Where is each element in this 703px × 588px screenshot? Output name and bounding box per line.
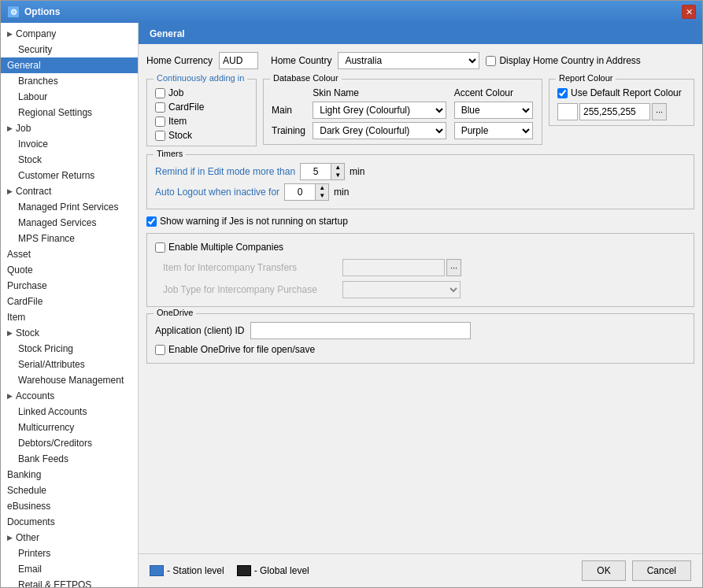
- sidebar-item-item[interactable]: Item: [1, 309, 138, 325]
- sidebar-item-bank-feeds[interactable]: Bank Feeds: [1, 451, 138, 467]
- sidebar-item-asset[interactable]: Asset: [1, 246, 138, 262]
- app-client-id-input[interactable]: [250, 322, 471, 339]
- sidebar-item-general[interactable]: General: [1, 57, 138, 73]
- sidebar-label: CardFile: [7, 296, 43, 307]
- sidebar-item-invoice[interactable]: Invoice: [1, 136, 138, 152]
- autologout-spinner-buttons: ▲ ▼: [316, 183, 329, 201]
- training-skin-select[interactable]: Light Grey (Colourful) Dark Grey (Colour…: [313, 122, 446, 139]
- training-accent-select[interactable]: Blue Red Green Orange Purple: [454, 122, 533, 139]
- sidebar-item-multicurrency[interactable]: Multicurrency: [1, 420, 138, 435]
- close-button[interactable]: ✕: [682, 5, 696, 19]
- sidebar-item-contract[interactable]: ▶ Contract: [1, 183, 138, 199]
- autologout-input[interactable]: [284, 183, 316, 201]
- show-warning-row: Show warning if Jes is not running on st…: [146, 216, 694, 227]
- sidebar-item-serial-attributes[interactable]: Serial/Attributes: [1, 357, 138, 372]
- home-row: Home Currency Home Country Australia New…: [146, 52, 694, 69]
- enable-onedrive-label[interactable]: Enable OneDrive for file open/save: [155, 344, 686, 355]
- use-default-report-checkbox[interactable]: [557, 88, 568, 98]
- stock-checkbox[interactable]: [155, 131, 165, 141]
- sidebar-item-regional-settings[interactable]: Regional Settings: [1, 105, 138, 120]
- autologout-decrement-button[interactable]: ▼: [316, 192, 328, 200]
- autologout-increment-button[interactable]: ▲: [316, 184, 328, 192]
- sidebar-label: Managed Services: [18, 217, 96, 228]
- enable-companies-text: Enable Multiple Companies: [168, 242, 283, 253]
- station-level-label: - Station level: [167, 565, 224, 576]
- home-country-label: Home Country: [271, 55, 331, 66]
- item-checkbox[interactable]: [155, 116, 165, 127]
- show-warning-label[interactable]: Show warning if Jes is not running on st…: [146, 216, 694, 227]
- sidebar-item-company[interactable]: ▶ Company: [1, 26, 138, 42]
- show-warning-checkbox[interactable]: [146, 216, 157, 227]
- home-currency-input[interactable]: [219, 52, 258, 69]
- item-transfers-input[interactable]: [342, 259, 445, 276]
- main-body: Home Currency Home Country Australia New…: [139, 44, 702, 553]
- sidebar-item-printers[interactable]: Printers: [1, 545, 138, 561]
- cardfile-checkbox-label[interactable]: CardFile: [155, 102, 248, 113]
- sidebar-item-other[interactable]: ▶ Other: [1, 530, 138, 545]
- cardfile-checkbox[interactable]: [155, 102, 165, 113]
- sidebar-label: Item: [7, 312, 25, 323]
- sidebar-item-debtors-creditors[interactable]: Debtors/Creditors: [1, 435, 138, 451]
- sidebar-item-email[interactable]: Email: [1, 561, 138, 577]
- triangle-icon: ▶: [7, 392, 13, 400]
- main-row-label: Main: [272, 105, 306, 116]
- sidebar: ▶ Company Security General Branches Labo…: [1, 23, 139, 587]
- global-level-icon: [237, 565, 251, 576]
- sidebar-item-quote[interactable]: Quote: [1, 262, 138, 278]
- sidebar-item-linked-accounts[interactable]: Linked Accounts: [1, 404, 138, 420]
- job-checkbox-label[interactable]: Job: [155, 87, 248, 98]
- sidebar-item-managed-services[interactable]: Managed Services: [1, 215, 138, 231]
- colour-value-input[interactable]: [579, 103, 650, 120]
- sidebar-item-stock-job[interactable]: Stock: [1, 152, 138, 168]
- sidebar-item-labour[interactable]: Labour: [1, 89, 138, 105]
- main-skin-select[interactable]: Light Grey (Colourful) Dark Grey (Colour…: [313, 102, 446, 119]
- use-default-report-label[interactable]: Use Default Report Colour: [557, 87, 686, 98]
- sidebar-item-banking[interactable]: Banking: [1, 467, 138, 483]
- enable-onedrive-checkbox[interactable]: [155, 345, 165, 355]
- stock-checkbox-label[interactable]: Stock: [155, 130, 248, 141]
- ok-button[interactable]: OK: [582, 560, 625, 581]
- sidebar-item-stock[interactable]: ▶ Stock: [1, 325, 138, 341]
- sidebar-item-retail-eftpos[interactable]: Retail & EFTPOS: [1, 577, 138, 587]
- sidebar-item-customer-returns[interactable]: Customer Returns: [1, 168, 138, 183]
- enable-companies-label[interactable]: Enable Multiple Companies: [155, 242, 686, 253]
- job-label: Job: [168, 87, 183, 98]
- sidebar-item-schedule[interactable]: Schedule: [1, 483, 138, 498]
- continuously-adding-box: Continuously adding in Job CardFile Item: [146, 79, 257, 146]
- training-row-label: Training: [272, 125, 306, 136]
- display-home-country-label[interactable]: Display Home Country in Address: [486, 55, 640, 66]
- home-country-select[interactable]: Australia New Zealand United Kingdom Uni…: [338, 52, 479, 69]
- sidebar-item-job[interactable]: ▶ Job: [1, 120, 138, 136]
- display-home-country-checkbox[interactable]: [486, 56, 496, 66]
- sidebar-item-cardfile[interactable]: CardFile: [1, 294, 138, 309]
- sidebar-item-managed-print[interactable]: Managed Print Services: [1, 199, 138, 215]
- main-accent-select[interactable]: Blue Red Green Orange Purple: [454, 102, 533, 119]
- item-checkbox-label[interactable]: Item: [155, 116, 248, 127]
- cardfile-label: CardFile: [168, 102, 204, 113]
- remind-increment-button[interactable]: ▲: [331, 164, 344, 172]
- cancel-button[interactable]: Cancel: [632, 560, 691, 581]
- item-transfers-row: Item for Intercompany Transfers ···: [163, 259, 686, 276]
- job-checkbox[interactable]: [155, 88, 165, 98]
- sidebar-item-branches[interactable]: Branches: [1, 73, 138, 89]
- autologout-label: Auto Logout when inactive for: [155, 187, 279, 198]
- remind-input[interactable]: [300, 163, 331, 180]
- remind-unit: min: [350, 166, 364, 177]
- sidebar-item-accounts[interactable]: ▶ Accounts: [1, 388, 138, 404]
- remind-decrement-button[interactable]: ▼: [331, 172, 344, 179]
- sidebar-label: Invoice: [18, 139, 48, 150]
- colour-value-row: ···: [557, 103, 686, 120]
- enable-companies-checkbox[interactable]: [155, 242, 165, 253]
- sidebar-item-stock-pricing[interactable]: Stock Pricing: [1, 341, 138, 357]
- sidebar-item-security[interactable]: Security: [1, 42, 138, 57]
- sidebar-item-documents[interactable]: Documents: [1, 514, 138, 530]
- sidebar-item-warehouse[interactable]: Warehouse Management: [1, 372, 138, 388]
- job-type-select[interactable]: [342, 281, 461, 298]
- sidebar-item-purchase[interactable]: Purchase: [1, 278, 138, 294]
- sidebar-item-ebusiness[interactable]: eBusiness: [1, 498, 138, 514]
- sidebar-item-mps-finance[interactable]: MPS Finance: [1, 231, 138, 246]
- colour-ellipsis-button[interactable]: ···: [652, 103, 667, 120]
- title-bar: ⚙ Options ✕: [1, 1, 702, 23]
- item-transfers-dots-button[interactable]: ···: [446, 259, 461, 276]
- item-label: Item: [168, 116, 187, 127]
